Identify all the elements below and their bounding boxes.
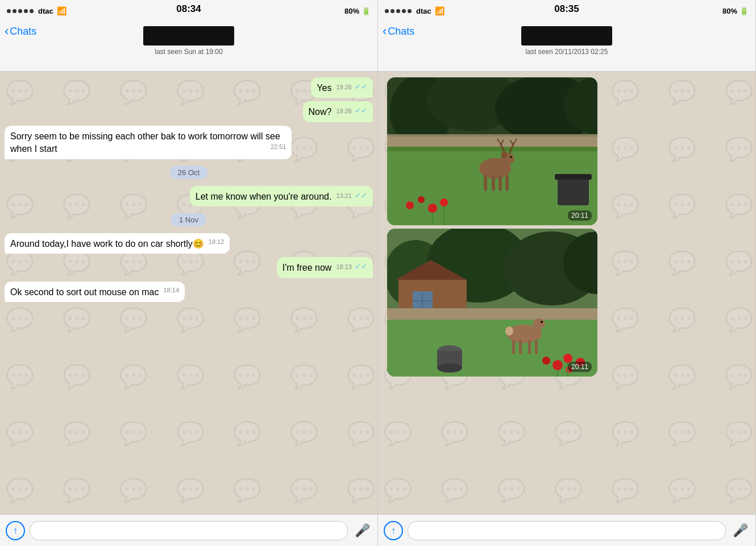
date-sep-2: 1 Nov <box>5 213 373 226</box>
msg-row-5: Let me know when you're around. 13:21 ✓✓ <box>5 186 373 206</box>
status-bar-right: dtac 📶 08:35 80% 🔋 <box>378 0 755 20</box>
carrier-left: dtac <box>38 7 53 15</box>
wifi-icon-left: 📶 <box>57 6 67 15</box>
date-badge-1: 26 Oct <box>170 166 207 179</box>
photo-1: 20:11 <box>387 77 597 225</box>
status-right-left: 80% 🔋 <box>344 7 371 15</box>
svg-rect-44 <box>387 308 597 320</box>
mic-icon-left: 🎤 <box>355 523 370 538</box>
svg-rect-9 <box>387 134 597 136</box>
msg-text-2: Now? <box>309 107 332 117</box>
mic-button-right[interactable]: 🎤 <box>730 521 750 540</box>
photo-2: 20:11 <box>387 229 597 377</box>
back-chevron-left: ‹ <box>5 25 9 38</box>
svg-rect-11 <box>484 175 487 191</box>
msg-row-3: Sorry seem to be missing each other bak … <box>5 126 373 159</box>
ticks-2: ✓✓ <box>355 106 367 115</box>
rdot1 <box>385 9 389 13</box>
msg-row-7: Around today,I have work to do on car sh… <box>5 233 373 254</box>
input-bar-right: ↑ 🎤 <box>378 514 755 546</box>
back-button-right[interactable]: ‹ Chats <box>383 25 414 38</box>
status-bar-left: dtac 📶 08:34 80% 🔋 <box>0 0 377 20</box>
svg-point-23 <box>510 156 512 158</box>
bubble-9: Ok second to sort out mouse on mac 18:14 <box>5 282 185 302</box>
msg-text-3: Sorry seem to be missing each other bak … <box>10 131 280 154</box>
contact-name-right <box>521 26 612 46</box>
photo-time-2: 20:11 <box>568 362 592 372</box>
svg-rect-51 <box>535 340 538 354</box>
msg-time-7: 18:12 <box>209 239 225 245</box>
back-button-left[interactable]: ‹ Chats <box>5 25 36 38</box>
input-bar-left: ↑ 🎤 <box>0 514 377 546</box>
svg-point-27 <box>428 204 437 213</box>
signal-dots <box>7 9 34 13</box>
svg-point-53 <box>541 321 543 323</box>
mic-button-left[interactable]: 🎤 <box>352 521 372 540</box>
msg-text-9: Ok second to sort out mouse on mac <box>10 287 159 297</box>
svg-point-24 <box>501 151 507 159</box>
rdot5 <box>408 9 412 13</box>
photo-bubble-1[interactable]: 20:11 <box>387 77 597 225</box>
share-button-right[interactable]: ↑ <box>384 521 403 540</box>
ticks-1: ✓✓ <box>355 82 367 91</box>
message-input-left[interactable] <box>30 521 348 540</box>
svg-rect-13 <box>499 175 502 191</box>
bubble-3: Sorry seem to be missing each other bak … <box>5 126 292 159</box>
last-seen-right: last seen 20/11/2013 02:25 <box>526 48 608 56</box>
date-sep-1: 26 Oct <box>5 166 373 179</box>
msg-text-1: Yes <box>317 83 331 93</box>
bubble-5: Let me know when you're around. 13:21 ✓✓ <box>190 186 373 206</box>
back-label-right: Chats <box>388 26 414 38</box>
svg-point-28 <box>440 198 448 206</box>
date-badge-2: 1 Nov <box>171 213 206 226</box>
chat-header-right: ‹ Chats last seen 20/11/2013 02:25 <box>378 20 755 72</box>
status-left: dtac 📶 <box>7 6 67 15</box>
rdot4 <box>402 9 406 13</box>
last-seen-left: last seen Sun at 19:00 <box>155 48 222 56</box>
ticks-5: ✓✓ <box>355 191 367 200</box>
msg-row-1: Yes 19:26 ✓✓ <box>5 77 373 98</box>
photo-row-2: 20:11 <box>383 229 751 377</box>
svg-rect-25 <box>558 177 589 205</box>
battery-pct-right: 80% <box>722 7 737 15</box>
svg-point-54 <box>553 360 563 370</box>
bubble-2: Now? 19:26 ✓✓ <box>303 101 373 122</box>
wifi-icon-right: 📶 <box>435 6 445 15</box>
chat-body-wrap-right: 20:11 <box>378 72 755 514</box>
time-right: 08:35 <box>554 3 579 15</box>
bubble-8: I'm free now 18:13 ✓✓ <box>277 257 373 278</box>
rdot3 <box>396 9 400 13</box>
photo-bubble-2[interactable]: 20:11 <box>387 229 597 377</box>
message-input-right[interactable] <box>408 521 726 540</box>
msg-time-1: 19:26 ✓✓ <box>336 83 367 90</box>
signal-dots-right <box>385 9 412 13</box>
right-phone: dtac 📶 08:35 80% 🔋 ‹ Chats last seen 20/… <box>378 0 756 546</box>
msg-row-8: I'm free now 18:13 ✓✓ <box>5 257 373 278</box>
svg-rect-49 <box>519 340 522 354</box>
svg-rect-12 <box>492 175 495 191</box>
dot2 <box>13 9 16 13</box>
contact-name-left <box>143 26 234 46</box>
chat-body-right[interactable]: 20:11 <box>378 72 755 514</box>
share-icon-left: ↑ <box>13 526 18 536</box>
chat-body-wrap-left: Yes 19:26 ✓✓ Now? 19:26 ✓✓ Sorry seem to… <box>0 72 377 514</box>
share-button-left[interactable]: ↑ <box>6 521 25 540</box>
battery-pct-left: 80% <box>344 7 359 15</box>
back-chevron-right: ‹ <box>383 25 387 38</box>
svg-point-47 <box>533 318 545 329</box>
msg-time-8: 18:13 ✓✓ <box>336 263 367 270</box>
msg-time-9: 18:14 <box>163 287 179 293</box>
svg-rect-50 <box>528 340 531 354</box>
battery-icon-left: 🔋 <box>362 7 371 15</box>
svg-rect-14 <box>505 175 509 191</box>
msg-time-5: 13:21 ✓✓ <box>336 192 367 199</box>
msg-text-5: Let me know when you're around. <box>196 192 332 201</box>
msg-text-7: Around today,I have work to do on car sh… <box>10 239 204 249</box>
photo-row-1: 20:11 <box>383 77 751 225</box>
svg-point-63 <box>437 363 462 373</box>
msg-row-2: Now? 19:26 ✓✓ <box>5 101 373 122</box>
chat-body-left[interactable]: Yes 19:26 ✓✓ Now? 19:26 ✓✓ Sorry seem to… <box>0 72 377 514</box>
svg-point-29 <box>418 196 425 203</box>
dot4 <box>24 9 28 13</box>
msg-row-9: Ok second to sort out mouse on mac 18:14 <box>5 282 373 302</box>
